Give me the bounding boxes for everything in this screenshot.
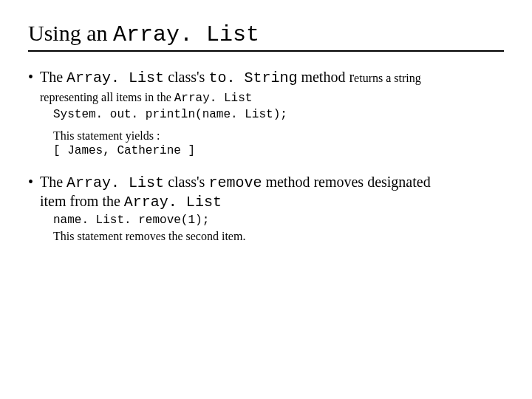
code-inline: Array. List bbox=[174, 92, 253, 105]
code-line-1: System. out. println(name. List); bbox=[53, 107, 504, 123]
code-inline: Array. List bbox=[66, 174, 164, 191]
text: representing all items in the bbox=[40, 91, 174, 103]
bullet-dot: • bbox=[28, 173, 40, 211]
bullet-1: • The Array. List class's to. String met… bbox=[28, 68, 504, 106]
slide-title: Using an Array. List bbox=[28, 21, 504, 52]
text: The bbox=[40, 174, 66, 190]
slide: Using an Array. List • The Array. List c… bbox=[0, 0, 532, 245]
bullet-2-content: The Array. List class's remove method re… bbox=[40, 173, 504, 211]
bullet-dot: • bbox=[28, 68, 40, 106]
bullet-1-content: The Array. List class's to. String metho… bbox=[40, 68, 504, 106]
code-inline: remove bbox=[208, 174, 262, 191]
code-inline: Array. List bbox=[124, 194, 222, 211]
title-text: Using an bbox=[28, 21, 113, 45]
yield-output: [ James, Catherine ] bbox=[53, 143, 504, 160]
yield-label: This statement yields : bbox=[53, 128, 504, 144]
code-inline: Array. List bbox=[66, 69, 164, 86]
bullet-2: • The Array. List class's remove method … bbox=[28, 173, 504, 211]
code-inline: to. String bbox=[208, 69, 297, 86]
title-code: Array. List bbox=[113, 22, 259, 47]
note-2: This statement removes the second item. bbox=[53, 228, 504, 245]
text: method removes designated bbox=[262, 174, 430, 190]
code-line-2: name. List. remove(1); bbox=[53, 213, 504, 229]
text: item from the bbox=[40, 193, 124, 209]
text: eturns a string bbox=[354, 72, 421, 84]
text: class's bbox=[164, 174, 208, 190]
text: class's bbox=[164, 69, 208, 85]
text: The bbox=[40, 69, 66, 85]
text: method r bbox=[297, 69, 354, 85]
